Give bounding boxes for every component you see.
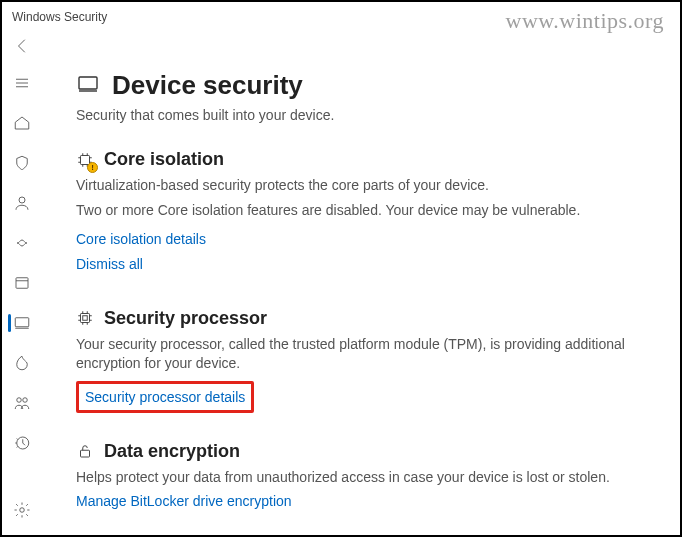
page-header: Device security (76, 70, 650, 101)
core-isolation-details-link[interactable]: Core isolation details (76, 231, 206, 247)
section-data-encryption: Data encryption Helps protect your data … (76, 441, 636, 518)
nav-app-browser-icon[interactable] (6, 268, 38, 298)
window-title: Windows Security (12, 10, 107, 24)
content-area: Device security Security that comes buil… (42, 64, 680, 535)
svg-rect-11 (81, 450, 90, 457)
core-isolation-title: Core isolation (104, 149, 224, 170)
page-title: Device security (112, 70, 303, 101)
svg-point-3 (17, 398, 22, 403)
manage-bitlocker-link[interactable]: Manage BitLocker drive encryption (76, 493, 292, 509)
highlight-box: Security processor details (76, 381, 254, 413)
app-window: Windows Security www.wintips.org (0, 0, 682, 537)
nav-home-icon[interactable] (6, 108, 38, 138)
nav-menu-icon[interactable] (6, 68, 38, 98)
nav-family-icon[interactable] (6, 388, 38, 418)
section-core-isolation: ! Core isolation Virtualization-based se… (76, 149, 636, 280)
page-subtitle: Security that comes built into your devi… (76, 107, 650, 123)
svg-rect-9 (81, 314, 90, 323)
data-encryption-title: Data encryption (104, 441, 240, 462)
svg-rect-10 (83, 316, 88, 321)
nav-device-security-icon[interactable] (6, 308, 38, 338)
security-processor-details-link[interactable]: Security processor details (85, 389, 245, 405)
nav-account-icon[interactable] (6, 188, 38, 218)
back-row (2, 32, 680, 64)
nav-firewall-icon[interactable] (6, 228, 38, 258)
nav-virus-icon[interactable] (6, 148, 38, 178)
svg-rect-1 (16, 278, 28, 289)
security-processor-title: Security processor (104, 308, 267, 329)
svg-rect-7 (79, 77, 97, 89)
back-icon[interactable] (14, 37, 32, 59)
section-security-processor: Security processor Your security process… (76, 308, 636, 413)
dismiss-all-link[interactable]: Dismiss all (76, 256, 143, 272)
core-isolation-desc: Virtualization-based security protects t… (76, 176, 636, 195)
core-isolation-icon: ! (76, 151, 94, 169)
warning-badge-icon: ! (87, 162, 98, 173)
data-encryption-desc: Helps protect your data from unauthorize… (76, 468, 636, 487)
device-security-page-icon (76, 72, 100, 100)
body: Device security Security that comes buil… (2, 64, 680, 535)
data-encryption-icon (76, 442, 94, 460)
core-isolation-warning: Two or more Core isolation features are … (76, 201, 636, 220)
svg-point-0 (19, 197, 25, 203)
nav-device-performance-icon[interactable] (6, 348, 38, 378)
svg-rect-2 (15, 318, 29, 327)
sidebar (2, 64, 42, 535)
svg-point-6 (20, 508, 25, 513)
nav-history-icon[interactable] (6, 428, 38, 458)
security-processor-desc: Your security processor, called the trus… (76, 335, 636, 373)
nav-settings-icon[interactable] (6, 495, 38, 525)
svg-point-4 (23, 398, 28, 403)
title-bar: Windows Security (2, 2, 680, 32)
security-processor-icon (76, 309, 94, 327)
